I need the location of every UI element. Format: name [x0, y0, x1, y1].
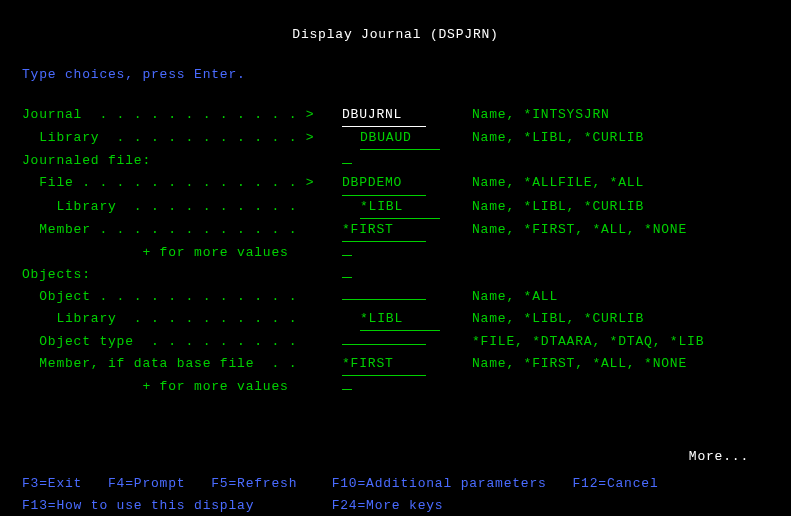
object-lib-prompt: Library . . . . . . . . . .: [22, 308, 342, 330]
journal-lib-input[interactable]: DBUAUD: [342, 127, 467, 150]
file-prompt: File . . . . . . . . . . . . . >: [22, 172, 342, 194]
param-object: Object . . . . . . . . . . . . Name, *AL…: [22, 286, 769, 308]
member2-input[interactable]: *FIRST: [342, 353, 467, 376]
param-member2: Member, if data base file . . *FIRST Nam…: [22, 353, 769, 376]
objects-header-prompt: Objects:: [22, 264, 342, 286]
journal-lib-hint: Name, *LIBL, *CURLIB: [467, 127, 769, 149]
page-title: Display Journal (DSPJRN): [22, 24, 769, 46]
param-object-lib: Library . . . . . . . . . . *LIBL Name, …: [22, 308, 769, 331]
param-objects-header: Objects:: [22, 264, 769, 286]
member-hint: Name, *FIRST, *ALL, *NONE: [467, 219, 769, 241]
file-lib-hint: Name, *LIBL, *CURLIB: [467, 196, 769, 218]
param-more-values-1: + for more values: [22, 242, 769, 264]
file-input[interactable]: DBPDEMO: [342, 172, 467, 195]
param-object-type: Object type . . . . . . . . . *FILE, *DT…: [22, 331, 769, 353]
member2-prompt: Member, if data base file . .: [22, 353, 342, 375]
file-hint: Name, *ALLFILE, *ALL: [467, 172, 769, 194]
more-values-2-input[interactable]: [342, 389, 352, 390]
param-journaled-file-header: Journaled file:: [22, 150, 769, 172]
objects-marker[interactable]: [342, 277, 352, 278]
fkey-row-2[interactable]: F13=How to use this display F24=More key…: [22, 495, 769, 516]
journal-hint: Name, *INTSYSJRN: [467, 104, 769, 126]
function-keys: F3=Exit F4=Prompt F5=Refresh F10=Additio…: [22, 473, 769, 517]
journaled-file-header-prompt: Journaled file:: [22, 150, 342, 172]
journaled-file-marker[interactable]: [342, 163, 352, 164]
param-file: File . . . . . . . . . . . . . > DBPDEMO…: [22, 172, 769, 195]
object-lib-hint: Name, *LIBL, *CURLIB: [467, 308, 769, 330]
file-lib-prompt: Library . . . . . . . . . .: [22, 196, 342, 218]
member2-hint: Name, *FIRST, *ALL, *NONE: [467, 353, 769, 375]
more-values-1-input[interactable]: [342, 255, 352, 256]
object-lib-input[interactable]: *LIBL: [342, 308, 467, 331]
param-file-lib: Library . . . . . . . . . . *LIBL Name, …: [22, 196, 769, 219]
object-type-hint: *FILE, *DTAARA, *DTAQ, *LIB: [467, 331, 769, 353]
object-prompt: Object . . . . . . . . . . . .: [22, 286, 342, 308]
param-member: Member . . . . . . . . . . . . *FIRST Na…: [22, 219, 769, 242]
member-input[interactable]: *FIRST: [342, 219, 467, 242]
journal-input[interactable]: DBUJRNL: [342, 104, 467, 127]
param-more-values-2: + for more values: [22, 376, 769, 398]
journal-lib-prompt: Library . . . . . . . . . . . >: [22, 127, 342, 149]
object-type-input[interactable]: [342, 331, 467, 353]
object-type-prompt: Object type . . . . . . . . .: [22, 331, 342, 353]
more-values-2-prompt: + for more values: [22, 376, 342, 398]
fkey-row-1[interactable]: F3=Exit F4=Prompt F5=Refresh F10=Additio…: [22, 473, 769, 495]
more-values-1-prompt: + for more values: [22, 242, 342, 264]
more-indicator: More...: [22, 446, 769, 468]
param-journal-lib: Library . . . . . . . . . . . > DBUAUD N…: [22, 127, 769, 150]
journal-prompt: Journal . . . . . . . . . . . . >: [22, 104, 342, 126]
file-lib-input[interactable]: *LIBL: [342, 196, 467, 219]
member-prompt: Member . . . . . . . . . . . .: [22, 219, 342, 241]
param-journal: Journal . . . . . . . . . . . . > DBUJRN…: [22, 104, 769, 127]
object-hint: Name, *ALL: [467, 286, 769, 308]
object-input[interactable]: [342, 286, 467, 308]
instruction-line: Type choices, press Enter.: [22, 64, 769, 86]
